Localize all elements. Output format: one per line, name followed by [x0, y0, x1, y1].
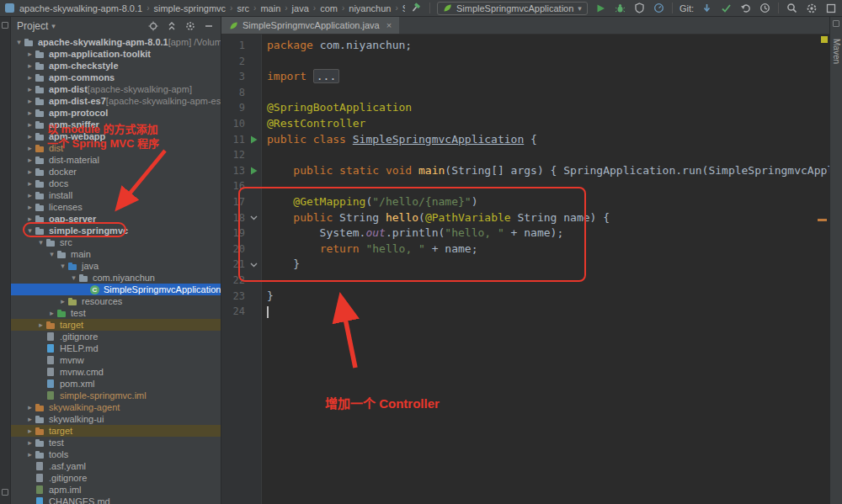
- tree-expand-icon[interactable]: ▸: [25, 425, 35, 437]
- bottom-tool-icon[interactable]: [2, 489, 8, 496]
- code-line-20[interactable]: 20 return "hello, " + name;: [221, 241, 829, 257]
- tree-item-apm-dist[interactable]: ▸apm-dist [apache-skywalking-apm]: [11, 83, 221, 95]
- tree-expand-icon[interactable]: ▸: [25, 95, 35, 107]
- tree-item-HELP.md[interactable]: HELP.md: [11, 342, 221, 354]
- tree-expand-icon[interactable]: ▾: [25, 225, 35, 236]
- maven-tool-button[interactable]: Maven: [832, 39, 841, 64]
- tree-item-apm-protocol[interactable]: ▸apm-protocol: [11, 107, 221, 119]
- tree-item-simple-springmvc.iml[interactable]: simple-springmvc.iml: [11, 390, 221, 401]
- run-gutter-icon[interactable]: [245, 132, 262, 148]
- breadcrumb-item[interactable]: niyanchun: [349, 3, 391, 13]
- project-tool-icon[interactable]: [2, 22, 8, 29]
- panel-title[interactable]: Project: [17, 20, 48, 32]
- tree-item-simple-springmvc[interactable]: ▾simple-springmvc: [11, 225, 221, 236]
- tree-item-main[interactable]: ▾main: [11, 248, 221, 260]
- close-icon[interactable]: ×: [386, 20, 392, 30]
- tree-expand-icon[interactable]: ▸: [25, 166, 35, 178]
- tree-expand-icon[interactable]: ▸: [25, 119, 35, 130]
- code-area[interactable]: 1package com.niyanchun;23import ...89@Sp…: [221, 34, 829, 504]
- hide-panel-icon[interactable]: [202, 19, 215, 32]
- code-line-19[interactable]: 19 System.out.println("hello, " + name);: [221, 225, 829, 241]
- run-configuration-select[interactable]: SimpleSpringmvcApplication ▾: [437, 2, 588, 15]
- tree-item-skywalking-agent[interactable]: ▸skywalking-agent: [11, 401, 221, 413]
- tree-expand-icon[interactable]: ▸: [25, 107, 35, 119]
- breadcrumb-item[interactable]: SimpleSpringmvcApplication: [402, 3, 405, 13]
- tree-expand-icon[interactable]: ▸: [25, 48, 35, 60]
- tree-expand-icon[interactable]: ▸: [47, 307, 56, 319]
- breadcrumb-item[interactable]: simple-springmvc: [153, 3, 226, 13]
- breadcrumb-item[interactable]: src: [237, 3, 249, 13]
- tree-expand-icon[interactable]: ▸: [58, 295, 67, 307]
- tree-item-CHANGES.md[interactable]: CHANGES.md: [11, 496, 221, 504]
- tree-expand-icon[interactable]: ▸: [25, 437, 35, 448]
- tree-item-target[interactable]: ▸target: [11, 319, 221, 331]
- tree-item-.asf.yaml[interactable]: .asf.yaml: [11, 460, 221, 472]
- code-line-13[interactable]: 13 public static void main(String[] args…: [221, 163, 829, 179]
- tree-item-target[interactable]: ▸target: [11, 425, 221, 437]
- tree-item-resources[interactable]: ▸resources: [11, 295, 221, 307]
- tree-expand-icon[interactable]: ▸: [25, 189, 35, 201]
- tree-item-dist-material[interactable]: ▸dist-material: [11, 154, 221, 166]
- search-icon[interactable]: [786, 2, 798, 14]
- git-update-icon[interactable]: [701, 2, 713, 14]
- tree-item-.gitignore[interactable]: .gitignore: [11, 472, 221, 484]
- tree-item-java[interactable]: ▾java: [11, 260, 221, 272]
- tree-expand-icon[interactable]: ▾: [47, 248, 56, 260]
- tree-expand-icon[interactable]: ▸: [25, 178, 35, 189]
- tree-expand-icon[interactable]: ▾: [14, 36, 24, 48]
- tree-item-dist[interactable]: ▸dist: [11, 142, 221, 154]
- tree-item-src[interactable]: ▾src: [11, 236, 221, 248]
- tree-expand-icon[interactable]: ▸: [25, 213, 35, 225]
- fold-gutter-icon[interactable]: [245, 210, 262, 226]
- tree-expand-icon[interactable]: ▾: [69, 272, 78, 284]
- code-line-18[interactable]: 18 public String hello(@PathVariable Str…: [221, 210, 829, 226]
- tree-item-pom.xml[interactable]: pom.xml: [11, 378, 221, 390]
- code-line-12[interactable]: 12: [221, 147, 829, 163]
- locate-file-icon[interactable]: [147, 19, 159, 32]
- tree-expand-icon[interactable]: ▸: [25, 60, 35, 72]
- code-line-8[interactable]: 8: [221, 85, 829, 101]
- code-line-3[interactable]: 3import ...: [221, 69, 829, 85]
- tree-expand-icon[interactable]: ▸: [25, 201, 35, 213]
- tree-expand-icon[interactable]: ▸: [25, 448, 35, 460]
- code-line-2[interactable]: 2: [221, 54, 829, 70]
- git-history-icon[interactable]: [759, 2, 771, 14]
- coverage-button[interactable]: [633, 2, 646, 14]
- tree-item-install[interactable]: ▸install: [11, 189, 221, 201]
- tree-expand-icon[interactable]: ▸: [25, 72, 35, 83]
- code-line-10[interactable]: 10@RestController: [221, 116, 829, 132]
- tree-item-com.niyanchun[interactable]: ▾com.niyanchun: [11, 272, 221, 284]
- breadcrumb-item[interactable]: main: [260, 3, 280, 13]
- tree-item-skywalking-ui[interactable]: ▸skywalking-ui: [11, 413, 221, 425]
- tree-item-SimpleSpringmvcApplication[interactable]: SimpleSpringmvcApplication: [11, 284, 221, 295]
- tree-item-test[interactable]: ▸test: [11, 307, 221, 319]
- breadcrumb-item[interactable]: apache-skywalking-apm-8.0.1: [19, 3, 142, 13]
- run-button[interactable]: [594, 2, 607, 14]
- tree-expand-icon[interactable]: ▸: [25, 401, 35, 413]
- tree-item-mvnw[interactable]: mvnw: [11, 354, 221, 366]
- notifications-icon[interactable]: [833, 20, 839, 27]
- tree-item-apm-commons[interactable]: ▸apm-commons: [11, 72, 221, 83]
- error-stripe-mark[interactable]: [818, 219, 827, 221]
- run-gutter-icon[interactable]: [245, 163, 262, 179]
- panel-settings-gear-icon[interactable]: [184, 19, 196, 32]
- tree-expand-icon[interactable]: ▸: [25, 130, 35, 142]
- tree-item-docker[interactable]: ▸docker: [11, 166, 221, 178]
- breadcrumb-item[interactable]: java: [292, 3, 309, 13]
- tree-item-apm-sniffer[interactable]: ▸apm-sniffer: [11, 119, 221, 130]
- code-line-17[interactable]: 17 @GetMapping("/hello/{name}"): [221, 194, 829, 210]
- chevron-down-icon[interactable]: ▾: [51, 22, 56, 30]
- tree-expand-icon[interactable]: ▸: [36, 319, 45, 331]
- tree-item-oap-server[interactable]: ▸oap-server: [11, 213, 221, 225]
- fold-gutter-icon[interactable]: [245, 257, 262, 273]
- tree-expand-icon[interactable]: ▾: [36, 236, 45, 248]
- code-line-23[interactable]: 23}: [221, 289, 829, 305]
- tree-expand-icon[interactable]: ▸: [25, 142, 35, 154]
- tree-item-.gitignore[interactable]: .gitignore: [11, 331, 221, 342]
- build-hammer-icon[interactable]: [410, 2, 423, 14]
- breadcrumb-item[interactable]: com: [320, 3, 338, 13]
- tree-expand-icon[interactable]: ▸: [25, 154, 35, 166]
- tree-expand-icon[interactable]: ▸: [25, 83, 35, 95]
- tree-item-mvnw.cmd[interactable]: mvnw.cmd: [11, 366, 221, 378]
- collapse-all-icon[interactable]: [165, 19, 178, 32]
